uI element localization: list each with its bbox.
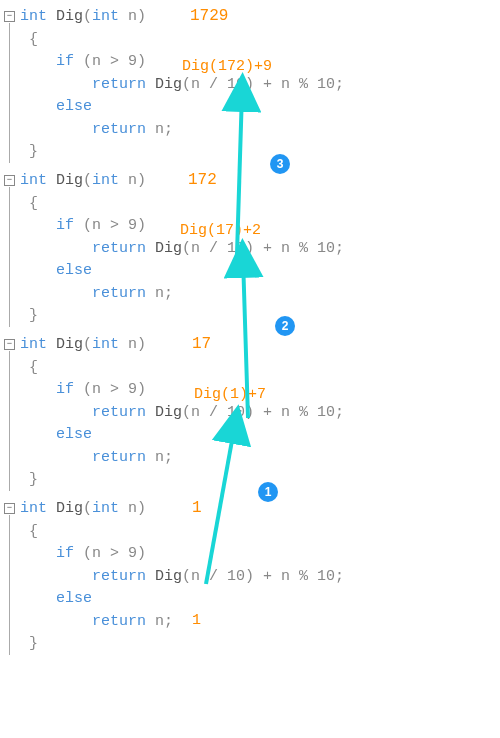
fold-icon[interactable]: − (4, 339, 15, 350)
call-annotation-1: Dig(17)+2 (180, 220, 261, 243)
value-annotation-2: 17 (192, 332, 211, 356)
step-badge-2: 2 (275, 316, 295, 336)
code-block-2: − int Dig(int n) { if (n > 9) return Dig… (0, 334, 500, 492)
fold-icon[interactable]: − (4, 175, 15, 186)
call-annotation-0: Dig(172)+9 (182, 56, 272, 79)
fold-icon[interactable]: − (4, 503, 15, 514)
value-annotation-3: 1 (192, 496, 202, 520)
result-annotation-3: 1 (192, 610, 201, 633)
type-keyword: int (20, 8, 47, 25)
code-block-3: − int Dig(int n) { if (n > 9) return Dig… (0, 498, 500, 656)
fold-icon[interactable]: − (4, 11, 15, 22)
value-annotation-0: 1729 (190, 4, 228, 28)
fn-name: Dig (56, 8, 83, 25)
code-block-1: − int Dig(int n) { if (n > 9) return Dig… (0, 170, 500, 328)
call-annotation-2: Dig(1)+7 (194, 384, 266, 407)
code-block-0: − int Dig(int n) { if (n > 9) return Dig… (0, 6, 500, 164)
code-trace-container: − int Dig(int n) { if (n > 9) return Dig… (0, 0, 500, 660)
value-annotation-1: 172 (188, 168, 217, 192)
